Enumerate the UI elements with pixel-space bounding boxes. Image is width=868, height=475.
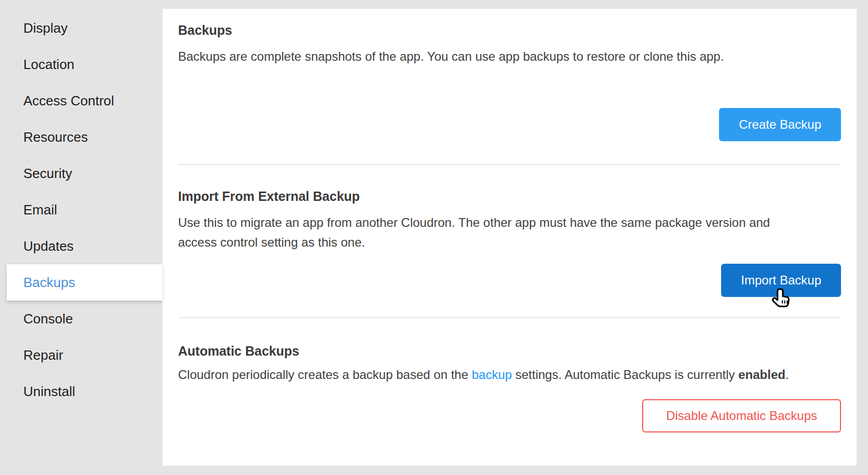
automatic-backups-description: Cloudron periodically creates a backup b… [178, 365, 796, 385]
sidebar-item-backups[interactable]: Backups [7, 264, 162, 301]
import-backup-button[interactable]: Import Backup [721, 264, 841, 297]
description-text: Cloudron periodically creates a backup b… [178, 368, 472, 382]
description-text: . [785, 368, 789, 382]
sidebar-item-resources[interactable]: Resources [0, 119, 162, 155]
create-backup-button[interactable]: Create Backup [719, 108, 841, 141]
enabled-status-text: enabled [738, 368, 785, 382]
section-backups: Backups Backups are complete snapshots o… [178, 9, 841, 141]
sidebar-item-security[interactable]: Security [0, 155, 162, 192]
automatic-backups-button-row: Disable Automatic Backups [178, 399, 841, 432]
automatic-backups-section-title: Automatic Backups [178, 343, 841, 359]
section-import-external-backup: Import From External Backup Use this to … [178, 165, 841, 297]
section-automatic-backups: Automatic Backups Cloudron periodically … [178, 318, 841, 432]
sidebar-item-uninstall[interactable]: Uninstall [0, 373, 162, 410]
import-section-description: Use this to migrate an app from another … [178, 213, 796, 252]
settings-sidebar: Display Location Access Control Resource… [0, 10, 162, 410]
sidebar-item-repair[interactable]: Repair [0, 337, 162, 373]
sidebar-item-access-control[interactable]: Access Control [0, 83, 162, 119]
import-button-row: Import Backup [178, 264, 841, 297]
backups-section-description: Backups are complete snapshots of the ap… [178, 47, 796, 66]
sidebar-item-updates[interactable]: Updates [0, 228, 162, 264]
backups-section-title: Backups [178, 22, 841, 38]
import-section-title: Import From External Backup [178, 188, 841, 204]
disable-automatic-backups-button[interactable]: Disable Automatic Backups [642, 399, 841, 432]
content-panel: Backups Backups are complete snapshots o… [162, 9, 857, 466]
sidebar-item-display[interactable]: Display [0, 10, 162, 46]
sidebar-item-console[interactable]: Console [0, 301, 162, 337]
sidebar-item-email[interactable]: Email [0, 192, 162, 228]
description-text: settings. Automatic Backups is currently [512, 368, 738, 382]
backups-button-row: Create Backup [178, 108, 841, 141]
sidebar-item-location[interactable]: Location [0, 46, 162, 83]
backup-settings-link[interactable]: backup [472, 368, 512, 382]
